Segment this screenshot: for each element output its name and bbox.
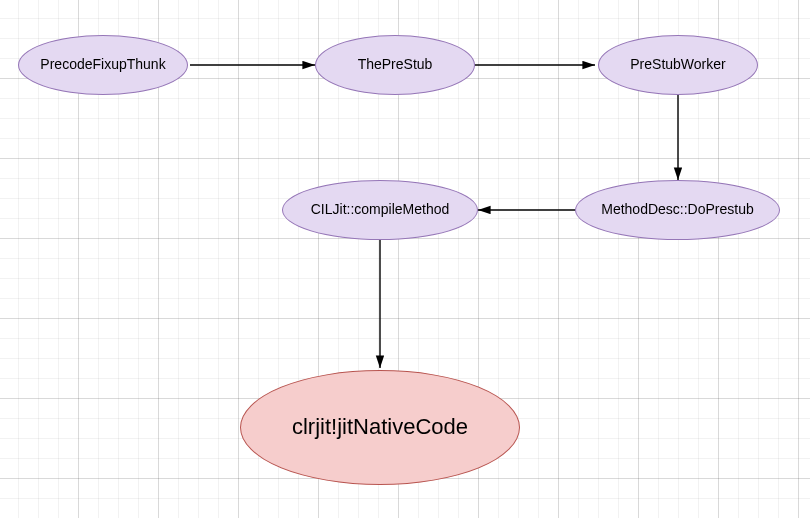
node-label: clrjit!jitNativeCode: [292, 415, 468, 439]
node-label: MethodDesc::DoPrestub: [601, 202, 754, 217]
node-label: ThePreStub: [358, 57, 433, 72]
node-doprestub[interactable]: MethodDesc::DoPrestub: [575, 180, 780, 240]
node-prestub[interactable]: ThePreStub: [315, 35, 475, 95]
node-native[interactable]: clrjit!jitNativeCode: [240, 370, 520, 485]
node-label: PreStubWorker: [630, 57, 725, 72]
diagram-canvas: PrecodeFixupThunk ThePreStub PreStubWork…: [0, 0, 810, 518]
node-worker[interactable]: PreStubWorker: [598, 35, 758, 95]
node-compile[interactable]: CILJit::compileMethod: [282, 180, 478, 240]
node-label: CILJit::compileMethod: [311, 202, 450, 217]
node-precode[interactable]: PrecodeFixupThunk: [18, 35, 188, 95]
node-label: PrecodeFixupThunk: [40, 57, 165, 72]
